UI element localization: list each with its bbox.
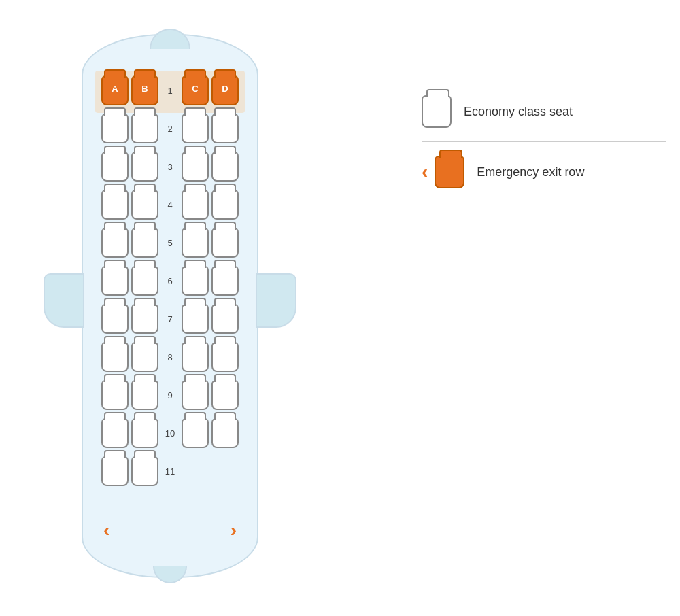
chevron-bottom-right-icon: › <box>231 521 237 540</box>
seat[interactable] <box>131 266 158 296</box>
seat[interactable] <box>211 342 239 372</box>
seat[interactable] <box>131 380 158 410</box>
seat[interactable] <box>211 418 239 448</box>
seat[interactable] <box>101 228 129 258</box>
seat-row: 7 <box>99 301 241 337</box>
seat-group-right <box>182 380 241 410</box>
seat-group-right <box>182 342 241 372</box>
seat[interactable]: B <box>131 75 158 105</box>
seat[interactable] <box>211 152 239 182</box>
economy-label: Economy class seat <box>464 105 573 119</box>
seat[interactable] <box>182 304 209 334</box>
seat-row: 10 <box>99 415 241 451</box>
seat[interactable] <box>131 304 158 334</box>
legend-emergency: ‹ Emergency exit row <box>422 156 666 188</box>
seat[interactable] <box>131 114 158 143</box>
seat[interactable] <box>131 418 158 448</box>
seat-row: 8 <box>99 339 241 375</box>
seat[interactable] <box>101 114 129 143</box>
seat-row: 5 <box>99 225 241 260</box>
plane-diagram: ‹ › ‹ › AB1CD234567891011 <box>41 20 299 592</box>
seat[interactable] <box>182 266 209 296</box>
seat[interactable] <box>131 190 158 220</box>
seat-group-right <box>182 152 241 182</box>
row-number: 2 <box>158 124 182 134</box>
seat[interactable] <box>211 228 239 258</box>
emergency-seat-icon <box>435 156 464 188</box>
seat[interactable] <box>101 190 129 220</box>
seat-row: 4 <box>99 187 241 222</box>
seat-group-right <box>182 190 241 220</box>
seat-group-left: AB <box>99 75 158 105</box>
seat-group-left <box>99 266 158 296</box>
row-number: 9 <box>158 390 182 400</box>
seat[interactable] <box>131 342 158 372</box>
seat-grid: AB1CD234567891011 <box>99 73 241 492</box>
seat[interactable] <box>211 266 239 296</box>
seat[interactable] <box>101 456 129 486</box>
seat-group-left <box>99 190 158 220</box>
seat-group-left <box>99 228 158 258</box>
seat[interactable] <box>101 266 129 296</box>
row-number: 4 <box>158 200 182 210</box>
seat[interactable] <box>101 304 129 334</box>
seat[interactable] <box>211 190 239 220</box>
seat-group-left <box>99 380 158 410</box>
seat-group-right: CD <box>182 75 241 105</box>
row-number: 6 <box>158 276 182 286</box>
emergency-chevron-icon: ‹ <box>422 161 428 183</box>
seat-row: 6 <box>99 263 241 298</box>
seat[interactable] <box>101 342 129 372</box>
row-number: 10 <box>158 428 182 439</box>
seat[interactable] <box>182 228 209 258</box>
fuselage: ‹ › ‹ › AB1CD234567891011 <box>82 34 258 578</box>
tail <box>153 566 187 583</box>
legend-divider <box>422 141 666 142</box>
seat[interactable] <box>131 228 158 258</box>
seat-group-right <box>182 266 241 296</box>
seat[interactable]: C <box>182 75 209 105</box>
seat[interactable] <box>101 418 129 448</box>
seat-group-left <box>99 152 158 182</box>
seat-row: 3 <box>99 149 241 184</box>
nose <box>150 29 190 49</box>
seat[interactable] <box>131 456 158 486</box>
seat[interactable] <box>182 114 209 143</box>
economy-seat-icon <box>422 95 452 128</box>
seat-group-left <box>99 342 158 372</box>
seat-group-left <box>99 304 158 334</box>
seat-row: 11 <box>99 454 241 489</box>
row-number: 11 <box>158 466 182 477</box>
wing-left <box>44 273 84 328</box>
row-number: 8 <box>158 352 182 362</box>
seat[interactable] <box>211 114 239 143</box>
seat[interactable] <box>182 418 209 448</box>
seat[interactable] <box>182 152 209 182</box>
row-number: 5 <box>158 238 182 248</box>
seat-row: AB1CD <box>99 73 241 108</box>
legend-economy: Economy class seat <box>422 95 666 128</box>
emergency-label: Emergency exit row <box>477 165 584 179</box>
seat[interactable] <box>211 380 239 410</box>
seat[interactable] <box>182 190 209 220</box>
seat[interactable] <box>131 152 158 182</box>
legend: Economy class seat ‹ Emergency exit row <box>422 95 666 202</box>
seat[interactable] <box>182 380 209 410</box>
seat-group-right <box>182 304 241 334</box>
seat-group-left <box>99 114 158 143</box>
row-number: 1 <box>158 86 182 96</box>
seat-row: 9 <box>99 377 241 413</box>
seat-group-left <box>99 418 158 448</box>
seat[interactable] <box>101 380 129 410</box>
seat-group-right <box>182 418 241 448</box>
row-number: 3 <box>158 162 182 172</box>
row-number: 7 <box>158 314 182 324</box>
seat[interactable]: A <box>101 75 129 105</box>
wing-right <box>256 273 296 328</box>
seat[interactable] <box>211 304 239 334</box>
seat-group-right <box>182 114 241 143</box>
seat[interactable] <box>182 342 209 372</box>
seat-row: 2 <box>99 111 241 146</box>
seat[interactable]: D <box>211 75 239 105</box>
seat[interactable] <box>101 152 129 182</box>
